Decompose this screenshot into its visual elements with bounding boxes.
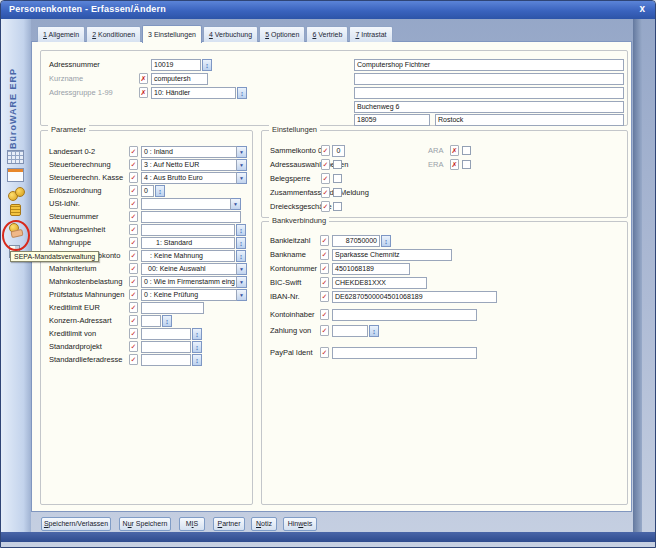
flag-check-icon[interactable]: ✓ (321, 145, 330, 156)
hinweis-button[interactable]: Hinweis (283, 517, 317, 531)
tab-intrastat[interactable]: 7 Intrastat (349, 26, 392, 42)
adressauswahl-checkbox[interactable] (333, 160, 342, 169)
flag-check-icon[interactable]: ✓ (129, 211, 138, 222)
dropdown-arrow-icon[interactable]: ▼ (237, 159, 247, 171)
tab-konditionen[interactable]: 2 Konditionen (86, 26, 141, 42)
spinner-icon[interactable]: ↕ (236, 224, 246, 236)
konzern-adressart-field[interactable] (141, 315, 161, 327)
flag-check-icon[interactable]: ✓ (320, 263, 329, 274)
spinner-icon[interactable]: ↕ (369, 325, 379, 337)
flag-check-icon[interactable]: ✓ (129, 159, 138, 170)
steuerberechnung-combo[interactable]: 3 : Auf Netto EUR (141, 159, 237, 171)
standardlieferadresse-field[interactable] (141, 354, 191, 366)
dropdown-arrow-icon[interactable]: ▼ (237, 146, 247, 158)
flag-check-icon[interactable]: ✓ (129, 263, 138, 274)
flag-check-icon[interactable]: ✓ (129, 172, 138, 183)
spinner-icon[interactable]: ↕ (381, 235, 391, 247)
speichern-verlassen-button[interactable]: Speichern/Verlassen (41, 517, 111, 531)
era-checkbox[interactable] (462, 160, 471, 169)
flag-check-icon[interactable]: ✓ (129, 146, 138, 157)
kontonummer-field[interactable]: 4501068189 (332, 263, 410, 275)
spinner-icon[interactable]: ↕ (192, 328, 202, 340)
spinner-icon[interactable]: ↕ (236, 250, 246, 262)
mahnkriterium-combo[interactable]: 00: Keine Auswahl (141, 263, 237, 275)
name3-field[interactable] (354, 87, 624, 99)
flag-check-icon[interactable]: ✓ (320, 235, 329, 246)
spinner-icon[interactable]: ↕ (192, 341, 202, 353)
flag-x-icon[interactable]: ✗ (450, 145, 459, 156)
flag-check-icon[interactable]: ✓ (321, 187, 330, 198)
steuerberechn-kasse-combo[interactable]: 4 : Aus Brutto Euro (141, 172, 237, 184)
tab-vertrieb[interactable]: 6 Vertrieb (306, 26, 348, 42)
flag-check-icon[interactable]: ✓ (321, 173, 330, 184)
dropdown-arrow-icon[interactable]: ▼ (237, 276, 247, 288)
dropdown-arrow-icon[interactable]: ▼ (237, 263, 247, 275)
tab-optionen[interactable]: 5 Optionen (259, 26, 305, 42)
ara-checkbox[interactable] (462, 146, 471, 155)
bic-swift-field[interactable]: CHEKDE81XXX (332, 277, 427, 289)
mahnkostenbelastung-combo[interactable]: 0 : Wie im Firmenstamm eing (141, 276, 237, 288)
flag-check-icon[interactable]: ✓ (129, 198, 138, 209)
flag-check-icon[interactable]: ✓ (129, 354, 138, 365)
zip-field[interactable]: 18059 (354, 114, 430, 126)
waehrungseinheit-field[interactable] (141, 224, 235, 236)
form-window-icon[interactable] (7, 168, 24, 182)
flag-check-icon[interactable]: ✓ (320, 347, 329, 358)
flag-check-icon[interactable]: ✓ (129, 224, 138, 235)
pruefstatus-combo[interactable]: 0 : Keine Prüfung (141, 289, 237, 301)
landesart-combo[interactable]: 0 : Inland (141, 146, 237, 158)
flag-check-icon[interactable]: ✓ (129, 237, 138, 248)
flag-check-icon[interactable]: ✓ (129, 315, 138, 326)
flag-check-icon[interactable]: ✓ (321, 201, 330, 212)
flag-check-icon[interactable]: ✓ (129, 250, 138, 261)
flag-check-icon[interactable]: ✓ (320, 277, 329, 288)
spinner-icon[interactable]: ↕ (155, 185, 165, 197)
name1-field[interactable]: Computershop Fichtner (354, 59, 624, 71)
nur-speichern-button[interactable]: Nur Speichern (119, 517, 171, 531)
spinner-icon[interactable]: ↕ (162, 315, 172, 327)
flag-check-icon[interactable]: ✓ (129, 328, 138, 339)
notiz-button[interactable]: Notiz (251, 517, 277, 531)
dropdown-arrow-icon[interactable]: ▼ (237, 289, 247, 301)
zahlung-von-field[interactable] (332, 325, 368, 337)
flag-check-icon[interactable]: ✓ (129, 302, 138, 313)
dropdown-arrow-icon[interactable]: ▼ (231, 198, 241, 210)
partner-button[interactable]: Partner (213, 517, 245, 531)
mis-button[interactable]: MIS (179, 517, 205, 531)
partner-coins-icon[interactable] (7, 186, 24, 200)
flag-check-icon[interactable]: ✓ (320, 249, 329, 260)
dreiecksgeschaefte-checkbox[interactable] (333, 202, 342, 211)
coins-stack-icon[interactable] (10, 204, 21, 216)
flag-check-icon[interactable]: ✓ (129, 289, 138, 300)
flag-check-icon[interactable]: ✓ (320, 291, 329, 302)
close-icon[interactable]: x (639, 3, 645, 15)
flag-check-icon[interactable]: ✓ (320, 309, 329, 320)
sammelkonto-field[interactable]: 0 (332, 145, 345, 157)
kreditlimit-von-field[interactable] (141, 328, 191, 340)
belegsperre-checkbox[interactable] (333, 174, 342, 183)
tab-einstellungen[interactable]: 3 Einstellungen (142, 25, 202, 43)
kontoinhaber-field[interactable] (332, 309, 477, 321)
paypal-ident-field[interactable] (332, 347, 477, 359)
flag-check-icon[interactable]: ✓ (320, 325, 329, 336)
tab-verbuchung[interactable]: 4 Verbuchung (203, 26, 258, 42)
tab-allgemein[interactable]: 1 Allgemein (37, 26, 85, 42)
bankleitzahl-field[interactable]: 87050000 (332, 235, 380, 247)
bankname-field[interactable]: Sparkasse Chemnitz (332, 249, 452, 261)
dropdown-arrow-icon[interactable]: ▼ (237, 172, 247, 184)
mahngruppe-field[interactable]: 1: Standard (141, 237, 235, 249)
flag-check-icon[interactable]: ✓ (129, 276, 138, 287)
zusammenfassende-meldung-checkbox[interactable] (333, 188, 342, 197)
standardprojekt-field[interactable] (141, 341, 191, 353)
iban-field[interactable]: DE62870500004501068189 (332, 291, 497, 303)
name2-field[interactable] (354, 73, 624, 85)
steuernummer-field[interactable] (141, 211, 241, 223)
city-field[interactable]: Rostock (435, 114, 624, 126)
mahngruppe-abkonto-field[interactable]: : Keine Mahnung (141, 250, 235, 262)
street-field[interactable]: Buchenweg 6 (354, 101, 624, 113)
numpad-icon[interactable] (7, 150, 24, 164)
ustidnr-combo[interactable] (141, 198, 231, 210)
kreditlimit-eur-field[interactable] (141, 302, 204, 314)
spinner-icon[interactable]: ↕ (236, 237, 246, 249)
flag-x-icon[interactable]: ✗ (450, 159, 459, 170)
